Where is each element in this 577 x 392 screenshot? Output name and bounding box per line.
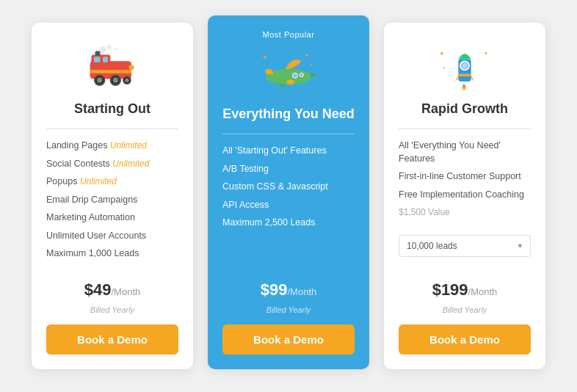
plan-title-starting-out: Starting Out	[74, 101, 150, 117]
price-amount: $199	[432, 280, 468, 299]
price-period: /Month	[111, 286, 140, 297]
book-demo-button-everything-you-need[interactable]: Book a Demo	[222, 324, 355, 355]
features-list-starting-out: Landing Pages Unlimited Social Contests …	[46, 139, 178, 266]
price-section: $99/Month	[261, 280, 316, 300]
svg-point-13	[125, 78, 128, 81]
feature-item: $1,500 Value	[399, 206, 531, 219]
plan-title-everything-you-need: Everything You Need	[222, 106, 354, 122]
feature-value-muted: $1,500 Value	[399, 207, 450, 217]
plan-card-rapid-growth: ✦ ✦ ✦ Rapid Growth	[384, 23, 545, 369]
feature-item: Free Implementation Coaching	[399, 189, 531, 202]
feature-unlimited: Unlimited	[80, 176, 117, 186]
svg-point-28	[462, 63, 468, 68]
price-section: $49/Month	[84, 280, 140, 300]
plan-card-everything-you-need: Most Popular ✦ ✦ ✦	[208, 15, 369, 369]
feature-item: Custom CSS & Javascript	[222, 181, 355, 194]
book-demo-button-starting-out[interactable]: Book a Demo	[46, 324, 178, 355]
feature-item: Unlimited User Accounts	[46, 230, 178, 243]
svg-point-11	[113, 78, 118, 83]
svg-text:✦: ✦	[262, 53, 268, 60]
divider	[399, 128, 531, 129]
plane-icon: ✦ ✦ ✦	[259, 46, 318, 98]
price-amount: $99	[261, 280, 288, 299]
divider	[222, 134, 355, 134]
billed-yearly: Billed Yearly	[90, 305, 134, 314]
svg-point-15	[129, 65, 134, 70]
svg-text:✦: ✦	[310, 62, 313, 66]
svg-point-22	[286, 79, 294, 84]
feature-item: Maximum 1,000 Leads	[46, 247, 178, 261]
svg-rect-29	[458, 73, 471, 76]
feature-unlimited: Unlimited	[110, 140, 147, 150]
billed-yearly: Billed Yearly	[443, 305, 487, 314]
lead-dropdown-wrap: 10,000 leads 25,000 leads 50,000 leads	[399, 235, 531, 257]
feature-item: API Access	[222, 199, 355, 212]
feature-item: Social Contests Unlimited	[46, 158, 178, 171]
feature-item: Email Drip Campaigns	[46, 194, 178, 207]
feature-item: Popups Unlimited	[46, 175, 178, 189]
svg-point-0	[100, 46, 106, 53]
plan-card-starting-out: Starting Out Landing Pages Unlimited Soc…	[32, 23, 193, 369]
price-amount: $49	[84, 280, 112, 299]
svg-point-2	[114, 47, 117, 51]
svg-text:✦: ✦	[484, 50, 488, 55]
svg-point-9	[97, 78, 102, 83]
price-section: $199/Month	[432, 280, 498, 300]
svg-rect-7	[90, 70, 131, 73]
svg-rect-5	[94, 57, 101, 62]
rocket-icon: ✦ ✦ ✦	[435, 41, 494, 92]
svg-text:✦: ✦	[443, 65, 446, 69]
feature-unlimited: Unlimited	[112, 159, 149, 169]
leads-dropdown[interactable]: 10,000 leads 25,000 leads 50,000 leads	[399, 235, 531, 257]
svg-text:✦: ✦	[439, 50, 445, 57]
price-period: /Month	[468, 286, 498, 297]
features-list-rapid-growth: All 'Everything You Need' Features First…	[399, 139, 531, 229]
plan-title-rapid-growth: Rapid Growth	[421, 101, 508, 117]
svg-rect-6	[103, 57, 108, 62]
feature-item: All 'Starting Out' Features	[222, 145, 355, 158]
train-icon	[83, 41, 142, 92]
most-popular-badge: Most Popular	[263, 30, 315, 39]
svg-point-21	[300, 73, 303, 76]
svg-text:✦: ✦	[305, 53, 309, 59]
svg-point-1	[106, 44, 112, 49]
svg-point-20	[292, 73, 297, 78]
features-list-everything-you-need: All 'Starting Out' Features A/B Testing …	[222, 145, 355, 266]
pricing-container: Starting Out Landing Pages Unlimited Soc…	[2, 1, 575, 391]
feature-item: Marketing Automation	[46, 211, 178, 225]
feature-item: First-in-line Customer Support	[399, 170, 531, 184]
feature-item: All 'Everything You Need' Features	[399, 139, 531, 165]
svg-rect-14	[95, 51, 101, 56]
feature-item: Maximum 2,500 Leads	[222, 217, 355, 230]
dropdown-wrapper: 10,000 leads 25,000 leads 50,000 leads	[399, 235, 531, 257]
divider	[46, 128, 178, 129]
book-demo-button-rapid-growth[interactable]: Book a Demo	[399, 324, 531, 355]
feature-item: A/B Testing	[222, 163, 355, 176]
feature-item: Landing Pages Unlimited	[46, 139, 178, 153]
billed-yearly: Billed Yearly	[266, 305, 311, 314]
price-period: /Month	[287, 286, 316, 297]
